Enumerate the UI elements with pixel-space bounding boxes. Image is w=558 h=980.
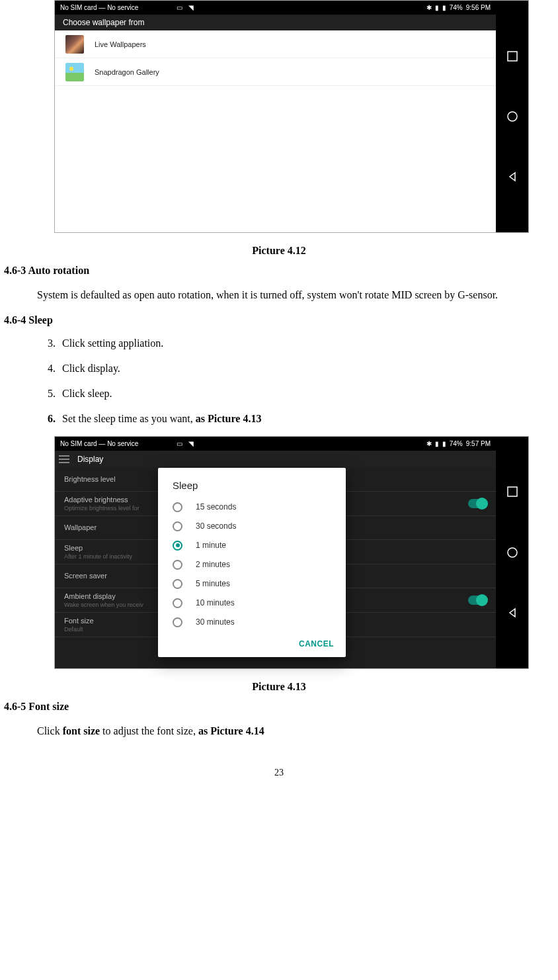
section-heading-4-6-3: 4.6-3 Auto rotation — [4, 265, 554, 277]
signal-icon: ▮ — [435, 440, 439, 447]
status-bar: No SIM card — No service ▭ ◥ ✱ ▮ ▮ 74% 9… — [55, 437, 496, 451]
svg-point-3 — [508, 548, 517, 557]
dialog-title: Sleep — [158, 480, 346, 498]
section-body: System is defaulted as open auto rotatio… — [37, 286, 554, 305]
android-navbar — [496, 437, 528, 668]
radio-icon — [173, 579, 182, 589]
item-label: Snapdragon Gallery — [95, 68, 159, 76]
signal-icon: ▮ — [435, 4, 439, 11]
recent-apps-icon[interactable] — [506, 50, 518, 62]
step-text: Set the sleep time as you want, as Pictu… — [62, 411, 554, 427]
battery-icon: ▮ — [442, 440, 446, 447]
back-icon[interactable] — [506, 607, 518, 619]
wallpaper-source-item[interactable]: Live Wallpapers — [55, 30, 496, 58]
status-right: ✱ ▮ ▮ 74% 9:56 PM — [426, 4, 491, 11]
radio-icon — [173, 598, 182, 608]
header-title: Display — [77, 455, 103, 464]
step-text: Click sleep. — [62, 386, 554, 402]
sim-status: No SIM card — No service — [60, 440, 138, 447]
toggle-switch[interactable] — [468, 499, 487, 508]
step-number: 3. — [37, 335, 56, 351]
sleep-option[interactable]: 10 minutes — [158, 594, 346, 613]
phone-screen: No SIM card — No service ▭ ◥ ✱ ▮ ▮ 74% 9… — [55, 437, 496, 668]
status-bar: No SIM card — No service ▭ ◥ ✱ ▮ ▮ 74% 9… — [55, 1, 496, 15]
radio-icon — [173, 502, 182, 512]
sleep-option[interactable]: 2 minutes — [158, 555, 346, 574]
figure-4-13: No SIM card — No service ▭ ◥ ✱ ▮ ▮ 74% 9… — [54, 436, 529, 669]
clock: 9:57 PM — [466, 440, 491, 447]
gallery-icon — [65, 63, 84, 81]
bluetooth-icon: ✱ — [426, 440, 432, 447]
wallpaper-source-list: Live Wallpapers Snapdragon Gallery — [55, 30, 496, 86]
wallpaper-source-item[interactable]: Snapdragon Gallery — [55, 58, 496, 86]
radio-icon — [173, 521, 182, 531]
sleep-dialog: Sleep 15 seconds 30 seconds 1 minute 2 m… — [158, 468, 346, 657]
battery-percent: 74% — [450, 4, 463, 11]
svg-rect-2 — [508, 487, 517, 496]
figure-caption: Picture 4.12 — [4, 245, 554, 257]
status-notif-icons: ▭ ◥ — [177, 4, 196, 11]
list-item: 5. Click sleep. — [37, 386, 554, 402]
list-item: 6. Set the sleep time as you want, as Pi… — [37, 411, 554, 427]
list-item: 4. Click display. — [37, 361, 554, 377]
dialog-header: Choose wallpaper from — [55, 15, 496, 30]
step-text: Click display. — [62, 361, 554, 377]
sleep-option[interactable]: 30 minutes — [158, 613, 346, 632]
recent-apps-icon[interactable] — [506, 486, 518, 498]
svg-rect-0 — [508, 52, 517, 61]
page-number: 23 — [4, 768, 554, 778]
battery-icon: ▮ — [442, 4, 446, 11]
step-number: 4. — [37, 361, 56, 377]
cancel-button[interactable]: CANCEL — [299, 639, 334, 648]
settings-header: Display — [55, 451, 496, 468]
sleep-option[interactable]: 5 minutes — [158, 574, 346, 594]
svg-point-1 — [508, 112, 517, 121]
sleep-option[interactable]: 1 minute — [158, 536, 346, 555]
step-number: 5. — [37, 386, 56, 402]
battery-percent: 74% — [450, 440, 463, 447]
status-right: ✱ ▮ ▮ 74% 9:57 PM — [426, 440, 491, 447]
clock: 9:56 PM — [466, 4, 491, 11]
section-heading-4-6-4: 4.6-4 Sleep — [4, 314, 554, 326]
back-icon[interactable] — [506, 171, 518, 183]
home-icon[interactable] — [506, 111, 518, 122]
figure-4-12: No SIM card — No service ▭ ◥ ✱ ▮ ▮ 74% 9… — [54, 0, 529, 233]
radio-icon — [173, 617, 182, 627]
status-notif-icons: ▭ ◥ — [177, 440, 196, 447]
toggle-switch[interactable] — [468, 596, 487, 605]
steps-list: 3. Click setting appliation. 4. Click di… — [37, 335, 554, 427]
display-settings-list: Brightness level Adaptive brightnessOpti… — [55, 468, 496, 668]
phone-screen: No SIM card — No service ▭ ◥ ✱ ▮ ▮ 74% 9… — [55, 1, 496, 232]
step-text: Click setting appliation. — [62, 335, 554, 351]
bluetooth-icon: ✱ — [426, 4, 432, 11]
home-icon[interactable] — [506, 547, 518, 558]
android-navbar — [496, 1, 528, 232]
sleep-option[interactable]: 30 seconds — [158, 517, 346, 536]
figure-caption: Picture 4.13 — [4, 681, 554, 693]
section-body: Click font size to adjust the font size,… — [37, 722, 554, 741]
sleep-option[interactable]: 15 seconds — [158, 498, 346, 517]
list-item: 3. Click setting appliation. — [37, 335, 554, 351]
sim-status: No SIM card — No service — [60, 4, 138, 11]
live-wallpapers-icon — [65, 35, 84, 54]
step-number: 6. — [37, 411, 56, 427]
hamburger-icon[interactable] — [59, 455, 69, 463]
radio-icon — [173, 560, 182, 570]
item-label: Live Wallpapers — [95, 40, 146, 48]
radio-icon — [173, 541, 182, 551]
section-heading-4-6-5: 4.6-5 Font size — [4, 701, 554, 713]
